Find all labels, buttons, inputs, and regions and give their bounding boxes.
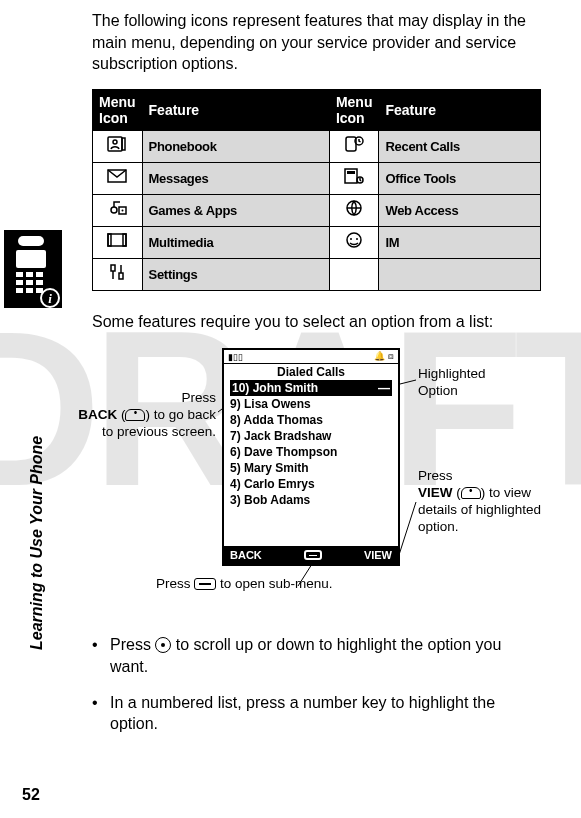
- screen-title: Dialed Calls: [224, 364, 398, 380]
- feature-cell: Settings: [142, 258, 329, 290]
- intro-paragraph: The following icons represent features t…: [92, 10, 541, 75]
- call-list: 10) John Smith—9) Lisa Owens8) Adda Thom…: [224, 380, 398, 508]
- web-access-icon: [329, 194, 379, 226]
- th-feature-1: Feature: [142, 89, 329, 130]
- instruction-bullets: •Press to scroll up or down to highlight…: [92, 634, 541, 734]
- bullet-item: •In a numbered list, press a number key …: [92, 692, 541, 735]
- feature-cell: Web Access: [379, 194, 541, 226]
- svg-point-33: [350, 238, 352, 240]
- bullet-item: •Press to scroll up or down to highlight…: [92, 634, 541, 677]
- messages-icon: [93, 162, 143, 194]
- feature-cell: Office Tools: [379, 162, 541, 194]
- left-softkey-icon: [125, 409, 145, 421]
- multimedia-icon: [93, 226, 143, 258]
- status-bar: ▮▯▯ 🔔 ⧈: [224, 350, 398, 364]
- table-row: Games & AppsWeb Access: [93, 194, 541, 226]
- page-number: 52: [22, 786, 40, 804]
- list-item[interactable]: 6) Dave Thompson: [230, 444, 392, 460]
- list-item[interactable]: 8) Adda Thomas: [230, 412, 392, 428]
- callout-submenu: Press to open sub-menu.: [156, 576, 436, 593]
- recent-calls-icon: [329, 130, 379, 162]
- feature-cell: Messages: [142, 162, 329, 194]
- im-icon: [329, 226, 379, 258]
- menu-key-icon[interactable]: [304, 550, 322, 560]
- svg-rect-21: [347, 171, 355, 174]
- list-item[interactable]: 10) John Smith—: [230, 380, 392, 396]
- list-item[interactable]: 7) Jack Bradshaw: [230, 428, 392, 444]
- list-item[interactable]: 4) Carlo Emrys: [230, 476, 392, 492]
- menu-key-glyph: [194, 578, 216, 590]
- svg-rect-29: [123, 234, 126, 246]
- list-item[interactable]: 5) Mary Smith: [230, 460, 392, 476]
- callout-highlighted: HighlightedOption: [418, 366, 538, 400]
- nav-key-icon: [155, 637, 171, 653]
- mid-paragraph: Some features require you to select an o…: [92, 311, 541, 333]
- svg-rect-35: [111, 265, 115, 271]
- feature-cell: Games & Apps: [142, 194, 329, 226]
- signal-icon: ▮▯▯: [228, 352, 243, 362]
- office-tools-icon: [329, 162, 379, 194]
- phone-screen: ▮▯▯ 🔔 ⧈ Dialed Calls 10) John Smith—9) L…: [222, 348, 400, 566]
- games-icon: [93, 194, 143, 226]
- svg-point-25: [122, 209, 124, 211]
- list-item[interactable]: 3) Bob Adams: [230, 492, 392, 508]
- svg-point-34: [356, 238, 358, 240]
- table-row: PhonebookRecent Calls: [93, 130, 541, 162]
- th-menu-icon-2: Menu Icon: [329, 89, 379, 130]
- list-item[interactable]: 9) Lisa Owens: [230, 396, 392, 412]
- svg-rect-37: [119, 273, 123, 279]
- svg-point-23: [111, 207, 117, 213]
- svg-rect-15: [122, 138, 125, 150]
- softkey-bar: BACK VIEW: [224, 546, 398, 564]
- settings-icon: [93, 258, 143, 290]
- phonebook-icon: [93, 130, 143, 162]
- table-row: MessagesOffice Tools: [93, 162, 541, 194]
- svg-rect-28: [108, 234, 111, 246]
- empty-cell: [329, 258, 379, 290]
- softkey-back-label[interactable]: BACK: [230, 549, 262, 561]
- highlight-marker-icon: —: [378, 380, 390, 396]
- callout-back: Press BACK () to go back to previous scr…: [64, 390, 216, 441]
- th-menu-icon-1: Menu Icon: [93, 89, 143, 130]
- svg-rect-17: [346, 137, 356, 151]
- feature-cell: Phonebook: [142, 130, 329, 162]
- feature-cell: Recent Calls: [379, 130, 541, 162]
- callout-view: Press VIEW () to view details of highlig…: [418, 468, 550, 536]
- softkey-view-label[interactable]: VIEW: [364, 549, 392, 561]
- feature-cell: IM: [379, 226, 541, 258]
- menu-icon-table: Menu Icon Feature Menu Icon Feature Phon…: [92, 89, 541, 291]
- svg-point-16: [113, 140, 117, 144]
- table-row: Settings: [93, 258, 541, 290]
- phone-screen-diagram: ▮▯▯ 🔔 ⧈ Dialed Calls 10) John Smith—9) L…: [92, 342, 541, 632]
- feature-cell: Multimedia: [142, 226, 329, 258]
- battery-icon: 🔔 ⧈: [374, 351, 394, 362]
- th-feature-2: Feature: [379, 89, 541, 130]
- feature-cell: [379, 258, 541, 290]
- table-row: MultimediaIM: [93, 226, 541, 258]
- right-softkey-icon: [461, 487, 481, 499]
- svg-line-41: [398, 502, 416, 558]
